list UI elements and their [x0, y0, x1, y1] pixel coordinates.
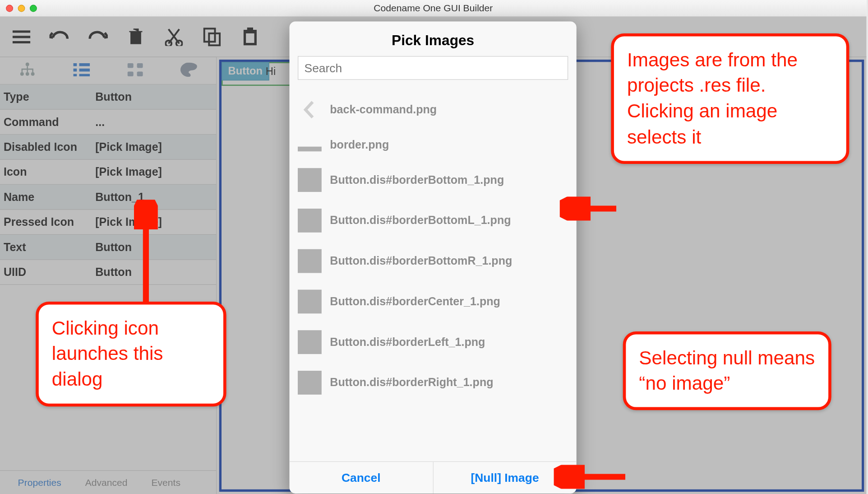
prop-row-disabled-icon[interactable]: Disabled Icon[Pick Image] — [0, 135, 216, 159]
cut-icon[interactable] — [163, 26, 185, 47]
svg-rect-14 — [79, 68, 90, 71]
cancel-button[interactable]: Cancel — [290, 462, 433, 494]
image-thumbnail — [298, 147, 322, 152]
pick-images-dialog: Pick Images back-command.png border.png … — [290, 22, 577, 494]
list-item[interactable]: Button.dis#borderBottomL_1.png — [295, 200, 571, 241]
window-title: Codename One GUI Builder — [374, 3, 493, 14]
svg-rect-19 — [128, 71, 134, 76]
dialog-search — [298, 56, 568, 80]
image-thumbnail — [298, 209, 322, 233]
image-thumbnail — [298, 290, 322, 314]
minimize-icon[interactable] — [18, 5, 25, 12]
prop-row-pressed-icon[interactable]: Pressed Icon[Pick Image] — [0, 210, 216, 235]
prop-row-text[interactable]: TextButton — [0, 235, 216, 260]
arrow-icon — [134, 200, 158, 304]
arrow-icon — [560, 197, 616, 221]
svg-point-10 — [31, 72, 34, 75]
image-thumbnail — [298, 371, 322, 395]
zoom-icon[interactable] — [30, 5, 37, 12]
svg-rect-18 — [137, 63, 143, 68]
properties-table: TypeButton Command... Disabled Icon[Pick… — [0, 84, 216, 470]
copy-icon[interactable] — [201, 26, 223, 47]
svg-rect-5 — [247, 27, 253, 31]
back-arrow-icon — [298, 98, 322, 121]
prop-row-command[interactable]: Command... — [0, 110, 216, 135]
prop-row-type[interactable]: TypeButton — [0, 84, 216, 109]
tab-events[interactable]: Events — [151, 477, 180, 488]
list-item[interactable]: border.png — [295, 130, 571, 160]
palette-icon[interactable] — [180, 62, 197, 79]
svg-rect-16 — [79, 74, 90, 76]
list-item[interactable]: Button.dis#borderBottomR_1.png — [295, 241, 571, 281]
image-list[interactable]: back-command.png border.png Button.dis#b… — [290, 86, 577, 461]
redo-icon[interactable] — [87, 26, 109, 47]
tree-view-icon[interactable] — [19, 62, 36, 80]
search-input[interactable] — [298, 56, 568, 80]
delete-icon[interactable] — [125, 26, 147, 47]
callout-topright: Images are from the projects .res file. … — [611, 33, 849, 164]
sidebar: TypeButton Command... Disabled Icon[Pick… — [0, 57, 217, 494]
svg-rect-20 — [137, 71, 143, 76]
callout-left: Clicking icon launches this dialog — [36, 302, 226, 406]
window-controls — [6, 5, 37, 12]
svg-rect-6 — [246, 33, 254, 42]
paste-icon[interactable] — [240, 26, 261, 47]
svg-rect-13 — [73, 68, 77, 71]
list-view-icon[interactable] — [73, 63, 90, 78]
callout-bottomright: Selecting null means “no image” — [623, 331, 831, 410]
svg-rect-11 — [73, 63, 77, 66]
sidebar-view-tabs — [0, 57, 216, 85]
sidebar-bottom-tabs: Properties Advanced Events — [0, 470, 216, 494]
canvas-button[interactable]: Button — [222, 62, 269, 80]
svg-point-8 — [20, 72, 23, 75]
prop-row-uiid[interactable]: UIIDButton — [0, 260, 216, 285]
prop-row-name[interactable]: NameButton_1 — [0, 185, 216, 210]
grid-view-icon[interactable] — [128, 63, 143, 78]
titlebar: Codename One GUI Builder — [0, 0, 867, 17]
svg-point-7 — [25, 62, 29, 66]
prop-row-icon[interactable]: Icon[Pick Image] — [0, 160, 216, 185]
dialog-title: Pick Images — [290, 22, 577, 56]
svg-rect-12 — [79, 63, 90, 66]
list-item[interactable]: Button.dis#borderCenter_1.png — [295, 281, 571, 322]
tab-advanced[interactable]: Advanced — [85, 477, 128, 488]
close-icon[interactable] — [6, 5, 13, 12]
undo-icon[interactable] — [49, 26, 70, 47]
canvas-label-hi: Hi — [266, 65, 276, 78]
svg-point-9 — [25, 72, 29, 75]
list-item[interactable]: Button.dis#borderRight_1.png — [295, 363, 571, 403]
dialog-buttons: Cancel [Null] Image — [290, 461, 577, 494]
menu-icon[interactable] — [11, 26, 32, 47]
tab-properties[interactable]: Properties — [18, 477, 61, 488]
image-thumbnail — [298, 249, 322, 273]
list-item[interactable]: Button.dis#borderLeft_1.png — [295, 322, 571, 363]
arrow-icon — [554, 465, 625, 489]
list-item[interactable]: back-command.png — [295, 89, 571, 130]
image-thumbnail — [298, 330, 322, 354]
svg-rect-17 — [128, 63, 134, 68]
image-thumbnail — [298, 168, 322, 192]
svg-rect-15 — [73, 74, 77, 76]
list-item[interactable]: Button.dis#borderBottom_1.png — [295, 160, 571, 200]
